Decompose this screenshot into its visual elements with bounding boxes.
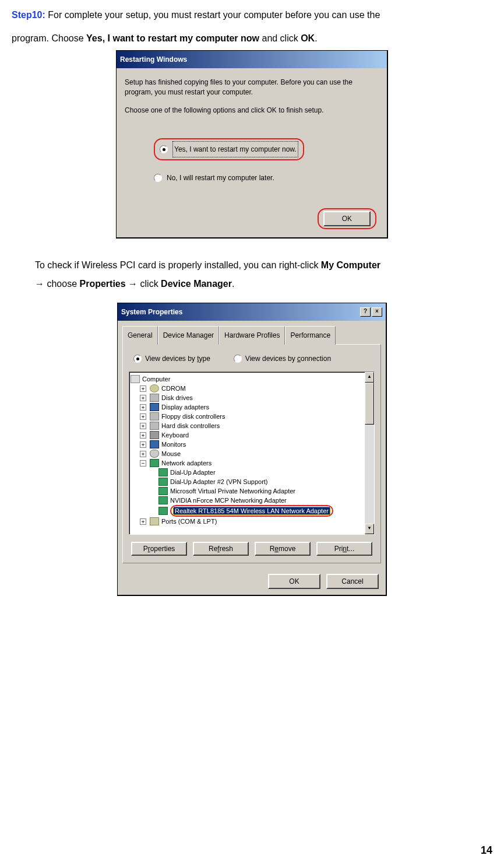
dialog1-msg2: Choose one of the following options and … <box>125 106 379 115</box>
dialog1-title: Restarting Windows <box>120 52 187 66</box>
mid-text-b: choose <box>47 279 79 289</box>
highlight-oval-adapter: Realtek RTL8185 54M Wireless LAN Network… <box>170 505 333 517</box>
tree-item-selected[interactable]: Realtek RTL8185 54M Wireless LAN Network… <box>158 505 373 517</box>
radio-view-by-connection[interactable] <box>234 355 242 363</box>
tab-hardware-profiles[interactable]: Hardware Profiles <box>219 326 285 345</box>
cdrom-icon <box>150 384 159 392</box>
dialog2-title: System Properties <box>121 305 182 319</box>
tree-item[interactable]: +Keyboard <box>140 430 373 440</box>
computer-icon <box>131 375 140 383</box>
intro-text-d: . <box>315 33 317 43</box>
radio-view-by-connection-label: View devices by connection <box>245 352 331 366</box>
system-properties-dialog: System Properties ? × General Device Man… <box>117 303 387 596</box>
mid-bold-devicemgr: Device Manager <box>161 279 232 289</box>
tree-item-network[interactable]: −Network adapters <box>140 458 373 468</box>
adapter-icon <box>158 487 168 495</box>
refresh-button[interactable]: Refresh <box>193 542 249 556</box>
step10-paragraph-2: program. Choose Yes, I want to restart m… <box>12 29 492 48</box>
tree-item[interactable]: +Disk drives <box>140 393 373 402</box>
dialog2-cancel-button[interactable]: Cancel <box>326 574 379 589</box>
dialog2-ok-button[interactable]: OK <box>268 574 320 589</box>
tree-item[interactable]: +Display adapters <box>140 402 373 412</box>
expand-icon[interactable]: + <box>140 395 146 401</box>
radio-restart-later[interactable] <box>154 174 162 182</box>
tree-item[interactable]: Microsoft Virtual Private Networking Ada… <box>158 486 373 496</box>
tree-root[interactable]: Computer <box>131 374 373 384</box>
tree-item[interactable]: Dial-Up Adapter #2 (VPN Support) <box>158 477 373 486</box>
adapter-icon <box>158 496 168 504</box>
intro-bold-choice: Yes, I want to restart my computer now <box>86 33 259 43</box>
dialog2-titlebar: System Properties ? × <box>118 303 386 321</box>
intro-text-c: and click <box>259 33 301 43</box>
expand-icon[interactable]: + <box>140 423 146 429</box>
help-button[interactable]: ? <box>360 307 371 317</box>
intro-text-b: program. Choose <box>12 33 86 43</box>
tree-item[interactable]: +CDROM <box>140 384 373 393</box>
tree-item[interactable]: +Floppy disk controllers <box>140 412 373 421</box>
highlight-oval-yes: Yes, I want to restart my computer now. <box>154 138 304 160</box>
arrow-icon: → <box>35 279 47 289</box>
radio-restart-now[interactable] <box>160 145 168 153</box>
expand-icon[interactable]: + <box>140 432 146 439</box>
intro-bold-ok: OK <box>301 33 315 43</box>
remove-button[interactable]: Remove <box>255 542 311 556</box>
tree-scrollbar[interactable]: ▲ ▼ <box>365 372 374 534</box>
restarting-windows-dialog: Restarting Windows Setup has finished co… <box>116 50 388 239</box>
check-install-paragraph: To check if Wireless PCI card is properl… <box>35 256 492 293</box>
expand-icon[interactable]: + <box>140 385 146 392</box>
hdd-icon <box>150 422 159 430</box>
mid-bold-mycomputer: My Computer <box>321 260 380 270</box>
ports-icon <box>150 517 159 525</box>
scroll-up-icon[interactable]: ▲ <box>365 372 374 383</box>
expand-icon[interactable]: + <box>140 404 146 411</box>
properties-button[interactable]: Properties <box>131 542 187 556</box>
mid-text-a: To check if Wireless PCI card is properl… <box>35 260 321 270</box>
highlight-oval-ok: OK <box>318 208 376 229</box>
expand-icon[interactable]: + <box>140 451 146 457</box>
dialog1-ok-button[interactable]: OK <box>323 211 371 226</box>
step10-paragraph: Step10: For complete your setup, you mus… <box>12 6 492 24</box>
device-manager-panel: View devices by type View devices by con… <box>122 344 381 563</box>
display-icon <box>150 403 159 411</box>
device-tree[interactable]: Computer +CDROM +Disk drives +Display ad… <box>129 371 375 535</box>
radio-view-by-type[interactable] <box>133 355 142 363</box>
tree-item[interactable]: +Mouse <box>140 449 373 458</box>
tree-item[interactable]: NVIDIA nForce MCP Networking Adapter <box>158 496 373 505</box>
scroll-down-icon[interactable]: ▼ <box>365 524 374 534</box>
expand-icon[interactable]: + <box>140 518 146 525</box>
mid-bold-properties: Properties <box>80 279 126 289</box>
tree-item[interactable]: +Ports (COM & LPT) <box>140 517 373 526</box>
scroll-thumb[interactable] <box>365 383 374 425</box>
keyboard-icon <box>150 431 159 439</box>
adapter-icon <box>158 478 168 486</box>
tree-item[interactable]: +Hard disk controllers <box>140 421 373 430</box>
intro-text-a: For complete your setup, you must restar… <box>45 10 380 20</box>
close-button[interactable]: × <box>372 307 382 317</box>
arrow-icon: → <box>126 279 140 289</box>
print-button[interactable]: Print... <box>316 542 372 556</box>
radio-restart-now-label: Yes, I want to restart my computer now. <box>172 141 298 157</box>
mid-text-d: . <box>232 279 234 289</box>
tree-item[interactable]: Dial-Up Adapter <box>158 468 373 477</box>
mid-text-c: click <box>140 279 161 289</box>
tab-performance[interactable]: Performance <box>285 326 336 345</box>
floppy-icon <box>150 412 159 420</box>
collapse-icon[interactable]: − <box>140 460 146 467</box>
radio-restart-later-label: No, I will restart my computer later. <box>167 171 274 185</box>
tabs: General Device Manager Hardware Profiles… <box>118 321 386 344</box>
disk-icon <box>150 394 159 402</box>
step-label: Step10: <box>12 10 45 20</box>
adapter-icon <box>158 507 168 515</box>
tab-device-manager[interactable]: Device Manager <box>158 326 219 345</box>
expand-icon[interactable]: + <box>140 441 146 448</box>
adapter-icon <box>158 468 168 476</box>
mouse-icon <box>150 450 159 458</box>
monitor-icon <box>150 440 159 448</box>
expand-icon[interactable]: + <box>140 413 146 420</box>
dialog1-titlebar: Restarting Windows <box>117 51 387 68</box>
tab-general[interactable]: General <box>122 326 158 345</box>
network-icon <box>150 459 159 467</box>
dialog1-msg1: Setup has finished copying files to your… <box>125 78 379 97</box>
tree-item[interactable]: +Monitors <box>140 440 373 449</box>
radio-view-by-type-label: View devices by type <box>145 352 210 366</box>
